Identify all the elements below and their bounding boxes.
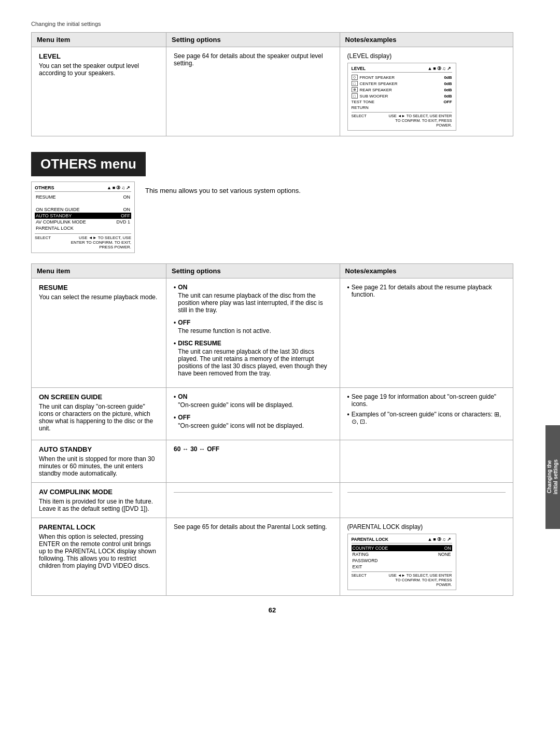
others-col-header-setting: Setting options (166, 264, 340, 278)
others-col-header-notes: Notes/examples (340, 264, 513, 278)
setting-block: • OFF "On-screen guide" icons will not b… (174, 414, 332, 429)
level-display-mock: LEVEL ▲■③♫↗ ◇ FRONT SPEAKER 0dB □ CENTER… (347, 63, 456, 131)
mock-row: □ CENTER SPEAKER 0dB (352, 80, 452, 87)
others-screen-mock: OTHERS ▲■③♫↗ RESUME ON ON SCREEN GUIDE O… (31, 181, 135, 253)
sub-item-desc: The resume function is not active. (178, 327, 271, 334)
mock-label: CENTER SPEAKER (360, 81, 442, 86)
mock-title: OTHERS (35, 185, 54, 190)
footer-right: USE ◄► TO SELECT, USE ENTER TO CONFIRM. … (385, 573, 452, 587)
mock-label: RETURN (352, 105, 452, 110)
mock-val: NONE (438, 552, 451, 557)
table-row: LEVEL You can set the speaker output lev… (32, 47, 513, 136)
setting-block: • DISC RESUME The unit can resume playba… (174, 340, 332, 377)
mock-val: 0dB (444, 81, 452, 86)
menu-item-title: AV COMPULINK MODE (39, 488, 159, 496)
sub-item-title: 60 ↔ 30 ↔ OFF (174, 445, 332, 453)
bullet-item: • OFF "On-screen guide" icons will not b… (174, 414, 332, 429)
mock-label: PASSWORD (353, 558, 378, 563)
mock-icons: ▲■③♫↗ (107, 185, 131, 190)
menu-item-desc: When this option is selected, pressing E… (39, 533, 159, 569)
bullet-item: • Examples of "on-screen guide" icons or… (347, 411, 506, 425)
mock-val: ON (123, 194, 131, 200)
notes-label: (LEVEL display) (347, 52, 506, 60)
notes-label: (PARENTAL LOCK display) (347, 523, 506, 530)
mock-row: PARENTAL LOCK (35, 225, 131, 231)
mock-title-bar: OTHERS ▲■③♫↗ (35, 185, 131, 192)
mock-row-highlighted: AUTO STANDBY OFF (35, 213, 131, 219)
sub-item-title: DISC RESUME (178, 340, 332, 347)
mock-label: TEST TONE (352, 100, 442, 104)
note-text: Examples of "on-screen guide" icons or c… (352, 411, 506, 425)
mock-label: AV COMPULINK MODE (36, 219, 86, 225)
bullet-item: • DISC RESUME The unit can resume playba… (174, 340, 332, 377)
mock-row (35, 200, 131, 206)
mock-label: REAR SPEAKER (360, 88, 442, 92)
level-table: Menu item Setting options Notes/examples… (31, 32, 513, 136)
mock-row: ◇ FRONT SPEAKER 0dB (352, 74, 452, 80)
mock-row: RETURN (352, 105, 452, 110)
mock-footer: SELECT USE ◄► TO SELECT, USE ENTER TO CO… (352, 571, 452, 587)
breadcrumb: Changing the initial settings (31, 21, 513, 27)
others-heading: OTHERS menu (31, 152, 146, 176)
others-intro: OTHERS ▲■③♫↗ RESUME ON ON SCREEN GUIDE O… (31, 181, 513, 253)
mock-row: AV COMPULINK MODE DVD 1 (35, 219, 131, 225)
speaker-icon: □ (352, 81, 358, 86)
mock-row: □ SUB WOOFER 0dB (352, 93, 452, 99)
table-row: ON SCREEN GUIDE The unit can display "on… (32, 388, 513, 440)
mock-icons: ▲■③♫↗ (427, 66, 452, 71)
mock-row: COUNTRY CODE ON (352, 545, 452, 551)
setting-text: See page 65 for details about the Parent… (174, 523, 332, 530)
others-heading-section: OTHERS menu OTHERS ▲■③♫↗ RESUME ON (31, 152, 513, 253)
footer-left: SELECT (352, 573, 367, 587)
mock-footer: SELECT USE ◄► TO SELECT, USE ENTER TO CO… (352, 112, 452, 128)
mock-title-bar: PARENTAL LOCK ▲■③♫↗ (352, 537, 452, 543)
speaker-icon: □ (352, 93, 358, 99)
sub-item-title: OFF (178, 319, 271, 326)
mock-row: ⊕ REAR SPEAKER 0dB (352, 87, 452, 93)
bullet-item: • ON "On-screen guide" icons will be dis… (174, 393, 332, 409)
sub-item-title: ON (178, 393, 293, 400)
mock-row: PASSWORD (352, 557, 452, 564)
col-header-setting: Setting options (166, 33, 340, 47)
menu-item-desc: The unit can display "on-screen guide" i… (39, 403, 159, 432)
mock-label: COUNTRY CODE (353, 546, 388, 551)
mock-label: RESUME (36, 194, 56, 200)
setting-block: • ON The unit can resume playback of the… (174, 284, 332, 314)
footer-right: USE ◄► TO SELECT, USE ENTER TO CONFIRM. … (69, 235, 131, 249)
mock-title: LEVEL (352, 66, 366, 71)
mock-val: 0dB (444, 75, 452, 80)
menu-item-title: AUTO STANDBY (39, 445, 159, 453)
bullet-item: • OFF The resume function is not active. (174, 319, 332, 334)
mock-label: SUB WOOFER (360, 94, 442, 99)
menu-item-desc: You can set the speaker output level acc… (39, 62, 159, 77)
note-text: See page 21 for details about the resume… (352, 284, 506, 298)
table-row: RESUME You can select the resume playbac… (32, 278, 513, 388)
footer-left: SELECT (35, 235, 51, 249)
mock-val: ON (444, 546, 451, 551)
others-description: This menu allows you to set various syst… (145, 181, 301, 194)
table-row: AUTO STANDBY When the unit is stopped fo… (32, 440, 513, 483)
bullet-item: • See page 19 for information about "on-… (347, 393, 506, 408)
others-table: Menu item Setting options Notes/examples… (31, 263, 513, 596)
menu-item-title: ON SCREEN GUIDE (39, 393, 159, 401)
menu-item-desc: This item is provided for use in the fut… (39, 498, 159, 512)
bullet-item: • See page 21 for details about the resu… (347, 284, 506, 298)
table-row: AV COMPULINK MODE This item is provided … (32, 483, 513, 518)
footer-right: USE ◄► TO SELECT, USE ENTER TO CONFIRM. … (385, 114, 452, 128)
mock-label: EXIT (353, 564, 362, 569)
mock-label: RATING (353, 552, 369, 557)
mock-val: 0dB (444, 88, 452, 92)
parental-display-mock: PARENTAL LOCK ▲■③♫↗ COUNTRY CODE ON RATI… (347, 534, 456, 590)
mock-title: PARENTAL LOCK (352, 537, 388, 542)
sub-item-title: ON (178, 284, 332, 291)
mock-row: TEST TONE OFF (352, 99, 452, 105)
mock-label: FRONT SPEAKER (360, 75, 442, 80)
page-number: 62 (31, 606, 513, 614)
mock-val: OFF (121, 213, 130, 218)
menu-item-title: PARENTAL LOCK (39, 523, 159, 531)
menu-item-desc: When the unit is stopped for more than 3… (39, 455, 159, 477)
mock-label: ON SCREEN GUIDE (36, 207, 80, 212)
mock-row: RESUME ON (35, 194, 131, 200)
mock-row: RATING NONE (352, 551, 452, 557)
speaker-icon: ⊕ (352, 87, 358, 92)
